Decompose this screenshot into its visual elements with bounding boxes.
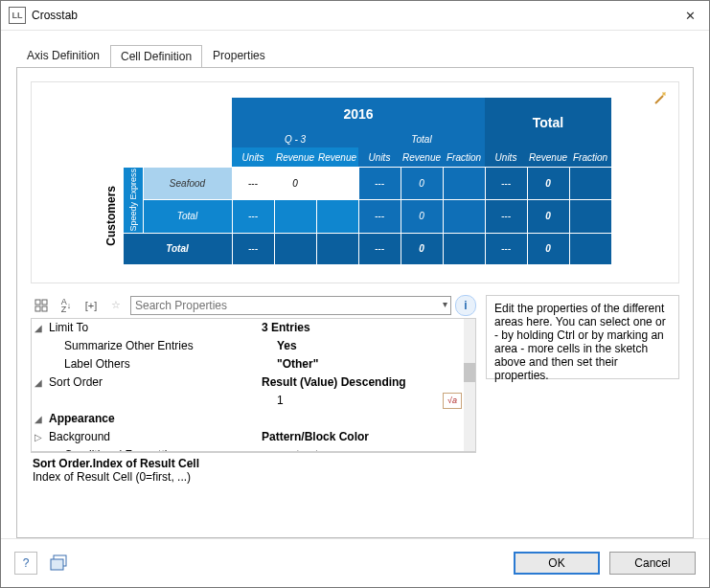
cell[interactable]: 0 xyxy=(274,168,316,200)
crosstab-sketch[interactable]: 2016 Total Q - 3 Total Units Revenue Rev… xyxy=(31,81,679,283)
prop-name: Background xyxy=(45,430,258,443)
cell[interactable] xyxy=(443,200,485,233)
propgrid-row[interactable]: ▷BackgroundPattern/Block Color xyxy=(32,428,464,446)
cell[interactable]: 0 xyxy=(527,168,569,200)
cell[interactable] xyxy=(443,233,485,264)
expander-icon[interactable]: ◢ xyxy=(32,414,45,424)
hdr-revenue-3[interactable]: Revenue xyxy=(401,147,443,168)
prop-value[interactable]: Result (Value) Descending xyxy=(258,375,464,389)
ok-button[interactable]: OK xyxy=(514,552,600,575)
tab-axis-definition[interactable]: Axis Definition xyxy=(16,44,110,67)
cell[interactable] xyxy=(316,233,358,264)
cell[interactable]: --- xyxy=(358,168,401,200)
lower-area: AZ↓ [+] ☆ ▾ i ◢Limit To3 EntriesSummariz… xyxy=(31,295,679,484)
hdr-revenue-4[interactable]: Revenue xyxy=(527,147,569,168)
cell[interactable] xyxy=(569,168,611,200)
prop-value[interactable]: <not set> xyxy=(273,448,464,452)
prop-value[interactable]: Yes xyxy=(273,339,464,352)
prop-name: Conditional Formatting xyxy=(45,448,273,452)
expander-icon[interactable]: ▷ xyxy=(32,432,45,442)
cell[interactable]: --- xyxy=(232,168,274,200)
help-button[interactable]: ? xyxy=(14,552,37,575)
scrollbar-thumb[interactable] xyxy=(464,363,475,382)
cell[interactable] xyxy=(274,233,316,264)
tab-cell-definition[interactable]: Cell Definition xyxy=(110,45,202,68)
cell[interactable]: --- xyxy=(485,168,527,200)
alphabetical-button[interactable]: AZ↓ xyxy=(56,295,77,316)
window-title: Crosstab xyxy=(32,9,671,22)
crosstab-preview-table[interactable]: 2016 Total Q - 3 Total Units Revenue Rev… xyxy=(99,98,612,265)
propgrid-row[interactable]: Index of Result Cell1√a xyxy=(32,392,464,410)
cell[interactable]: --- xyxy=(232,233,274,264)
hdr-units-3[interactable]: Units xyxy=(485,147,527,168)
propgrid-row[interactable]: Label Others"Other" xyxy=(32,355,464,373)
expander-icon[interactable]: ◢ xyxy=(32,323,45,333)
col-group-total[interactable]: Total xyxy=(485,98,611,147)
expand-button[interactable]: [+] xyxy=(80,295,102,316)
row-axis-title: Customers xyxy=(101,186,122,246)
expander-icon[interactable]: ◢ xyxy=(32,377,45,388)
help-title: Sort Order.Index of Result Cell xyxy=(33,457,474,470)
close-button[interactable]: ✕ xyxy=(671,1,709,30)
property-grid[interactable]: ◢Limit To3 EntriesSummarize Other Entrie… xyxy=(31,318,476,452)
dialog-footer: ? OK Cancel xyxy=(1,538,709,587)
cell[interactable]: --- xyxy=(485,200,527,233)
subhead-q[interactable]: Q - 3 xyxy=(232,130,358,147)
propgrid-row[interactable]: ◢Limit To3 Entries xyxy=(32,319,464,337)
cell[interactable]: --- xyxy=(358,233,401,264)
info-button[interactable]: i xyxy=(455,295,476,316)
prop-value[interactable]: Pattern/Block Color xyxy=(258,430,464,443)
wand-icon[interactable] xyxy=(653,90,669,105)
windows-icon[interactable] xyxy=(49,553,70,574)
prop-value[interactable]: 3 Entries xyxy=(258,321,464,334)
propgrid-row[interactable]: ◢Appearance xyxy=(32,410,464,428)
cell[interactable]: 0 xyxy=(527,200,569,233)
titlebar: LL Crosstab ✕ xyxy=(1,1,709,31)
hdr-fraction-1[interactable]: Fraction xyxy=(443,147,485,168)
propgrid-toolbar: AZ↓ [+] ☆ ▾ i xyxy=(31,295,476,316)
propgrid-help: Sort Order.Index of Result Cell Index of… xyxy=(31,452,476,484)
cell[interactable]: 0 xyxy=(401,233,443,264)
prop-value[interactable]: "Other" xyxy=(273,357,464,371)
cell[interactable] xyxy=(274,200,316,233)
cell[interactable] xyxy=(569,200,611,233)
tab-properties[interactable]: Properties xyxy=(202,44,276,67)
row-total-1[interactable]: Total xyxy=(143,200,232,233)
cell[interactable] xyxy=(316,168,358,200)
cancel-button[interactable]: Cancel xyxy=(609,552,696,575)
prop-name: Index of Result Cell xyxy=(45,394,273,407)
categorized-button[interactable] xyxy=(31,295,52,316)
favorite-button[interactable]: ☆ xyxy=(105,295,126,316)
app-icon: LL xyxy=(9,7,26,24)
hdr-fraction-2[interactable]: Fraction xyxy=(569,147,611,168)
hdr-revenue-1[interactable]: Revenue xyxy=(274,147,316,168)
cell[interactable]: --- xyxy=(485,233,527,264)
cell[interactable]: 0 xyxy=(401,168,443,200)
prop-name: Sort Order xyxy=(45,375,258,389)
crosstab-dialog: LL Crosstab ✕ Axis Definition Cell Defin… xyxy=(0,0,710,588)
row-side-col[interactable]: Speedy Express xyxy=(123,168,143,234)
cell[interactable] xyxy=(316,200,358,233)
formula-button[interactable]: √a xyxy=(443,393,462,409)
search-input[interactable] xyxy=(130,296,451,315)
subhead-total[interactable]: Total xyxy=(358,130,485,147)
propgrid-row[interactable]: Summarize Other EntriesYes xyxy=(32,337,464,355)
propgrid-row[interactable]: ◢Sort OrderResult (Value) Descending xyxy=(32,373,464,392)
prop-name: Appearance xyxy=(45,412,258,425)
cell[interactable] xyxy=(569,233,611,264)
hdr-units-1[interactable]: Units xyxy=(232,147,274,168)
hdr-revenue-2[interactable]: Revenue xyxy=(316,147,358,168)
col-group-year[interactable]: 2016 xyxy=(232,98,485,130)
prop-value[interactable]: 1√a xyxy=(273,393,464,409)
row-total-2[interactable]: Total xyxy=(123,233,232,264)
cell[interactable]: 0 xyxy=(401,200,443,233)
hdr-units-2[interactable]: Units xyxy=(358,147,401,168)
scrollbar[interactable] xyxy=(464,319,475,451)
cell[interactable] xyxy=(443,168,485,200)
row-seafood[interactable]: Seafood xyxy=(143,168,232,200)
cell[interactable]: 0 xyxy=(527,233,569,264)
propgrid-row[interactable]: Conditional Formatting<not set> xyxy=(32,446,464,452)
svg-rect-2 xyxy=(35,306,40,311)
cell[interactable]: --- xyxy=(358,200,401,233)
cell[interactable]: --- xyxy=(232,200,274,233)
